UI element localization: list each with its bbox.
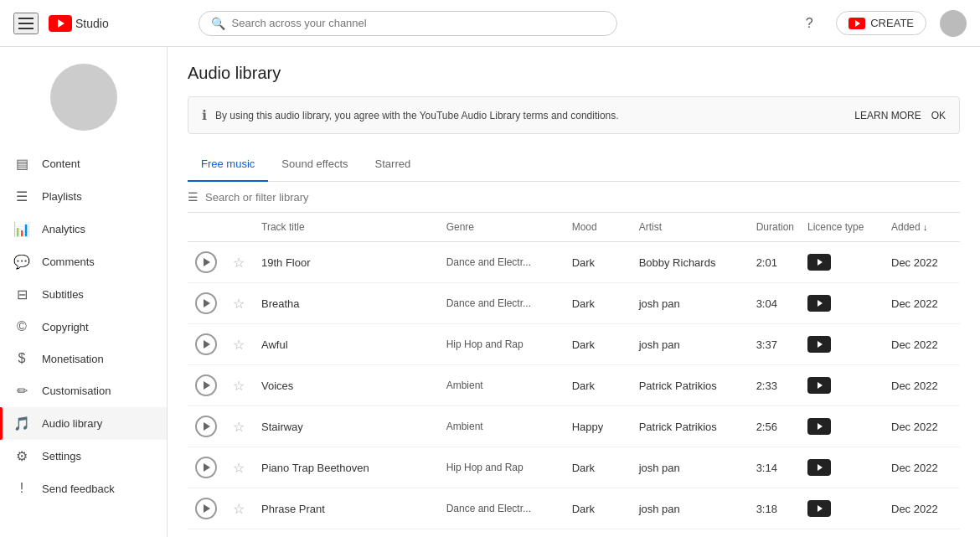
table-row: ☆ Tak Dance and Electr... Dark Bobby Ric…	[188, 529, 960, 538]
sidebar-item-analytics[interactable]: 📊 Analytics	[0, 213, 167, 245]
col-header-added[interactable]: Added ↓	[885, 213, 960, 242]
track-title: Breatha	[255, 283, 440, 324]
sidebar-item-settings[interactable]: ⚙ Settings	[0, 440, 167, 472]
sort-arrow-icon: ↓	[923, 222, 928, 232]
star-button[interactable]: ☆	[231, 458, 246, 478]
sidebar-item-subtitles[interactable]: ⊟ Subtitles	[0, 278, 167, 311]
star-button[interactable]: ☆	[231, 376, 246, 395]
track-mood: Dark	[565, 324, 632, 365]
copyright-icon: ©	[13, 319, 30, 334]
track-license	[801, 324, 885, 365]
comments-icon: 💬	[13, 254, 30, 270]
table-row: ☆ 19th Floor Dance and Electr... Dark Bo…	[188, 242, 960, 283]
sidebar-item-monetisation[interactable]: $ Monetisation	[0, 343, 167, 374]
track-mood: Dark	[565, 283, 632, 324]
sidebar-item-audio-library[interactable]: 🎵 Audio library	[0, 407, 167, 440]
play-button[interactable]	[194, 497, 218, 520]
play-cell	[188, 324, 224, 365]
sidebar-item-customisation[interactable]: ✏ Customisation	[0, 374, 167, 407]
playlists-icon: ☰	[13, 188, 30, 204]
star-cell: ☆	[224, 488, 255, 529]
star-button[interactable]: ☆	[231, 335, 246, 354]
sidebar-item-copyright[interactable]: © Copyright	[0, 311, 167, 343]
play-cell	[188, 242, 224, 283]
header-right: ? CREATE	[796, 10, 967, 37]
track-title: Phrase Prant	[255, 488, 440, 529]
star-cell: ☆	[224, 529, 255, 538]
create-button[interactable]: CREATE	[836, 11, 926, 35]
sidebar-item-label: Settings	[42, 450, 81, 462]
play-cell	[188, 488, 224, 529]
logo[interactable]: Studio	[49, 15, 109, 32]
play-circle-icon	[195, 333, 217, 355]
table-row: ☆ Phrase Prant Dance and Electr... Dark …	[188, 488, 960, 529]
content-icon: ▤	[13, 156, 30, 172]
track-title: Stairway	[255, 406, 440, 447]
filter-bar: ☰	[188, 182, 960, 213]
tab-sound-effects[interactable]: Sound effects	[268, 147, 361, 182]
star-button[interactable]: ☆	[231, 499, 246, 519]
info-icon: ℹ	[202, 107, 207, 123]
track-table: Track title Genre Mood Artist Duration L…	[188, 213, 960, 537]
star-button[interactable]: ☆	[231, 294, 246, 313]
track-artist: Patrick Patrikios	[632, 365, 750, 406]
play-button[interactable]	[194, 250, 218, 274]
track-license	[801, 529, 885, 538]
avatar[interactable]	[940, 10, 967, 37]
star-button[interactable]: ☆	[231, 253, 246, 272]
track-genre: Dance and Electr...	[440, 283, 565, 324]
sidebar-channel-avatar[interactable]	[50, 64, 117, 131]
track-artist: josh pan	[632, 447, 750, 488]
info-bar-left: ℹ By using this audio library, you agree…	[202, 107, 619, 123]
play-circle-icon	[195, 498, 217, 519]
sidebar-item-label: Customisation	[42, 385, 111, 397]
sidebar-item-label: Copyright	[42, 321, 89, 333]
play-circle-icon	[195, 374, 217, 396]
table-row: ☆ Awful Hip Hop and Rap Dark josh pan 3:…	[188, 324, 960, 365]
play-button[interactable]	[194, 415, 218, 438]
tabs: Free music Sound effects Starred	[188, 147, 960, 182]
col-header-play	[188, 213, 224, 242]
track-license	[801, 447, 885, 488]
menu-button[interactable]	[13, 13, 39, 34]
track-title: 19th Floor	[255, 242, 440, 283]
play-circle-icon	[195, 251, 217, 273]
table-row: ☆ Breatha Dance and Electr... Dark josh …	[188, 283, 960, 324]
tab-starred[interactable]: Starred	[362, 147, 425, 182]
track-mood: Dark	[565, 488, 632, 529]
create-label: CREATE	[870, 17, 914, 29]
track-license	[801, 406, 885, 447]
play-circle-icon	[195, 416, 217, 437]
filter-input[interactable]	[205, 191, 960, 204]
settings-icon: ⚙	[13, 448, 30, 464]
ok-button[interactable]: OK	[931, 110, 946, 121]
track-mood: Dark	[565, 529, 632, 538]
help-button[interactable]: ?	[796, 10, 823, 37]
play-button[interactable]	[194, 292, 218, 315]
star-button[interactable]: ☆	[231, 417, 246, 436]
play-button[interactable]	[194, 456, 218, 479]
sidebar-item-comments[interactable]: 💬 Comments	[0, 245, 167, 278]
tab-free-music[interactable]: Free music	[188, 147, 268, 182]
star-cell: ☆	[224, 324, 255, 365]
track-added: Dec 2022	[885, 324, 960, 365]
track-artist: josh pan	[632, 283, 750, 324]
youtube-logo-icon	[49, 15, 72, 32]
play-button[interactable]	[194, 374, 218, 397]
sidebar-item-content[interactable]: ▤ Content	[0, 147, 167, 180]
sidebar-item-playlists[interactable]: ☰ Playlists	[0, 180, 167, 213]
track-genre: Ambient	[440, 365, 565, 406]
col-header-duration: Duration	[750, 213, 801, 242]
play-circle-icon	[195, 292, 217, 314]
sidebar-item-send-feedback[interactable]: ! Send feedback	[0, 472, 167, 504]
learn-more-button[interactable]: LEARN MORE	[854, 110, 921, 121]
table-row: ☆ Voices Ambient Dark Patrick Patrikios …	[188, 365, 960, 406]
track-mood: Happy	[565, 406, 632, 447]
track-artist: josh pan	[632, 324, 750, 365]
search-input[interactable]	[232, 17, 605, 29]
track-license	[801, 488, 885, 529]
play-button[interactable]	[194, 333, 218, 356]
col-header-mood: Mood	[565, 213, 632, 242]
play-cell	[188, 529, 224, 538]
filter-icon: ☰	[188, 190, 199, 204]
